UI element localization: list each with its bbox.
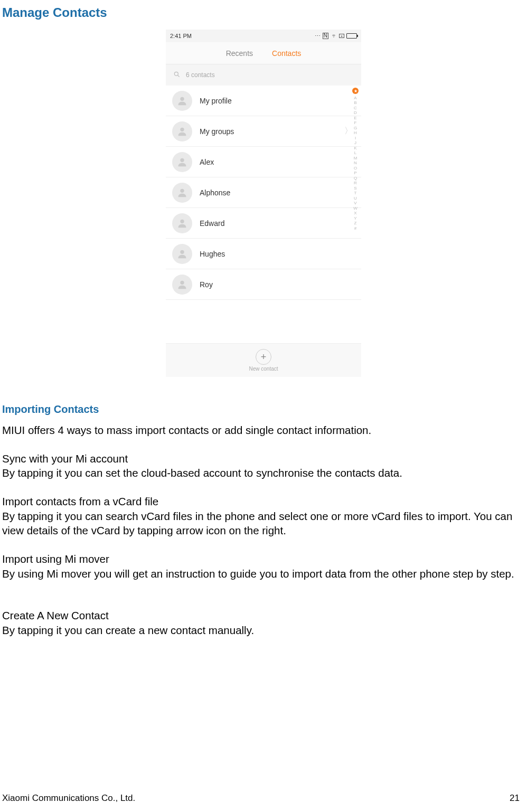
alpha-index-bar[interactable]: ★ A B C D E F G H I J K L M N O P Q R S … bbox=[352, 88, 359, 306]
heading-manage-contacts: Manage Contacts bbox=[2, 5, 527, 20]
svg-point-6 bbox=[180, 219, 184, 223]
heading-importing-contacts: Importing Contacts bbox=[2, 403, 527, 416]
index-letter[interactable]: J bbox=[354, 140, 356, 145]
index-letter[interactable]: C bbox=[354, 106, 357, 110]
index-letter[interactable]: S bbox=[354, 186, 356, 191]
status-icons: ⋯ N × bbox=[315, 33, 357, 40]
new-contact-button[interactable]: + New contact bbox=[166, 343, 361, 377]
index-letter[interactable]: Y bbox=[354, 216, 356, 221]
page-footer: Xiaomi Communications Co., Ltd. 21 bbox=[2, 793, 520, 804]
index-letter[interactable]: B bbox=[354, 100, 356, 105]
status-bar: 2:41 PM ⋯ N × bbox=[166, 30, 361, 42]
index-letter[interactable]: D bbox=[354, 110, 357, 115]
list-item[interactable]: Hughes bbox=[166, 239, 361, 269]
body-subheading: Create A New Contact bbox=[2, 608, 525, 623]
index-letter[interactable]: Z bbox=[354, 221, 357, 225]
list-item-label: Alphonse bbox=[200, 188, 355, 197]
index-letter[interactable]: R bbox=[354, 181, 357, 185]
body-paragraph: By tapping it you can search vCard files… bbox=[2, 509, 525, 538]
index-letter[interactable]: A bbox=[354, 96, 356, 100]
index-letter[interactable]: U bbox=[354, 196, 357, 201]
search-placeholder: 6 contacts bbox=[186, 71, 215, 79]
search-icon bbox=[173, 71, 181, 80]
list-item[interactable]: Edward bbox=[166, 208, 361, 239]
index-letter[interactable]: O bbox=[354, 166, 357, 171]
tab-recents[interactable]: Recents bbox=[226, 49, 253, 58]
index-letter[interactable]: V bbox=[354, 201, 356, 205]
footer-company: Xiaomi Communications Co., Ltd. bbox=[2, 793, 135, 804]
index-letter[interactable]: Q bbox=[354, 176, 357, 181]
list-item-label: Alex bbox=[200, 158, 355, 166]
body-subheading: Import using Mi mover bbox=[2, 552, 525, 566]
list-item[interactable]: My groups 〉 bbox=[166, 116, 361, 147]
index-letter[interactable]: F bbox=[354, 120, 357, 125]
svg-point-8 bbox=[180, 280, 184, 284]
list-item-label: My groups bbox=[200, 127, 337, 136]
index-letter[interactable]: P bbox=[354, 171, 356, 175]
index-letter[interactable]: T bbox=[354, 191, 357, 195]
search-row[interactable]: 6 contacts bbox=[166, 64, 361, 86]
index-letter[interactable]: H bbox=[354, 130, 357, 135]
signal-x-icon: × bbox=[339, 34, 344, 38]
svg-point-7 bbox=[180, 250, 184, 253]
body-paragraph: By tapping it you can set the cloud-base… bbox=[2, 466, 525, 480]
tab-contacts[interactable]: Contacts bbox=[272, 49, 301, 58]
star-icon[interactable]: ★ bbox=[352, 88, 359, 94]
index-letter[interactable]: E bbox=[354, 116, 356, 120]
plus-icon: + bbox=[256, 349, 271, 365]
svg-point-3 bbox=[180, 127, 184, 131]
index-letter[interactable]: L bbox=[354, 150, 356, 155]
nfc-icon: N bbox=[323, 33, 328, 39]
avatar-icon bbox=[172, 121, 192, 141]
footer-page-number: 21 bbox=[510, 793, 520, 804]
list-item-label: My profile bbox=[200, 97, 355, 105]
index-letter[interactable]: K bbox=[354, 146, 356, 150]
svg-line-1 bbox=[178, 75, 180, 77]
avatar-icon bbox=[172, 183, 192, 203]
contacts-list: My profile My groups 〉 Alex Alphonse Edw… bbox=[166, 86, 361, 343]
status-time: 2:41 PM bbox=[170, 33, 192, 39]
index-letter[interactable]: W bbox=[353, 206, 357, 211]
body-subheading: Import contacts from a vCard file bbox=[2, 494, 525, 509]
three-dots-icon: ⋯ bbox=[315, 33, 321, 40]
svg-point-0 bbox=[174, 72, 178, 75]
index-letter[interactable]: X bbox=[354, 211, 356, 215]
avatar-icon bbox=[172, 244, 192, 264]
svg-point-4 bbox=[180, 158, 184, 162]
body-paragraph: By tapping it you can create a new conta… bbox=[2, 623, 525, 638]
list-item-label: Roy bbox=[200, 280, 355, 289]
avatar-icon bbox=[172, 152, 192, 172]
list-item-label: Hughes bbox=[200, 250, 355, 258]
avatar-icon bbox=[172, 213, 192, 233]
list-item[interactable]: Alphonse bbox=[166, 177, 361, 208]
index-letter[interactable]: I bbox=[355, 136, 356, 140]
list-item-label: Edward bbox=[200, 219, 355, 228]
avatar-icon bbox=[172, 275, 192, 295]
avatar-icon bbox=[172, 91, 192, 111]
phone-screenshot: 2:41 PM ⋯ N × Recents Contacts 6 contact… bbox=[166, 30, 361, 377]
body-subheading: Sync with your Mi account bbox=[2, 451, 525, 466]
svg-point-2 bbox=[180, 97, 184, 100]
list-item[interactable]: My profile bbox=[166, 86, 361, 116]
svg-point-5 bbox=[180, 188, 184, 192]
list-item[interactable]: Roy bbox=[166, 269, 361, 300]
wifi-icon bbox=[331, 33, 337, 39]
body-content: MIUI offers 4 ways to mass import contac… bbox=[2, 423, 525, 638]
index-letter[interactable]: G bbox=[354, 126, 357, 130]
list-item[interactable]: Alex bbox=[166, 147, 361, 177]
index-letter[interactable]: N bbox=[354, 160, 357, 165]
body-paragraph: By using Mi mover you will get an instru… bbox=[2, 566, 525, 581]
battery-icon bbox=[346, 33, 357, 39]
index-letter[interactable]: M bbox=[354, 156, 357, 160]
new-contact-label: New contact bbox=[249, 366, 278, 372]
index-letter[interactable]: # bbox=[354, 226, 356, 231]
app-tab-bar: Recents Contacts bbox=[166, 42, 361, 64]
body-paragraph: MIUI offers 4 ways to mass import contac… bbox=[2, 423, 525, 438]
